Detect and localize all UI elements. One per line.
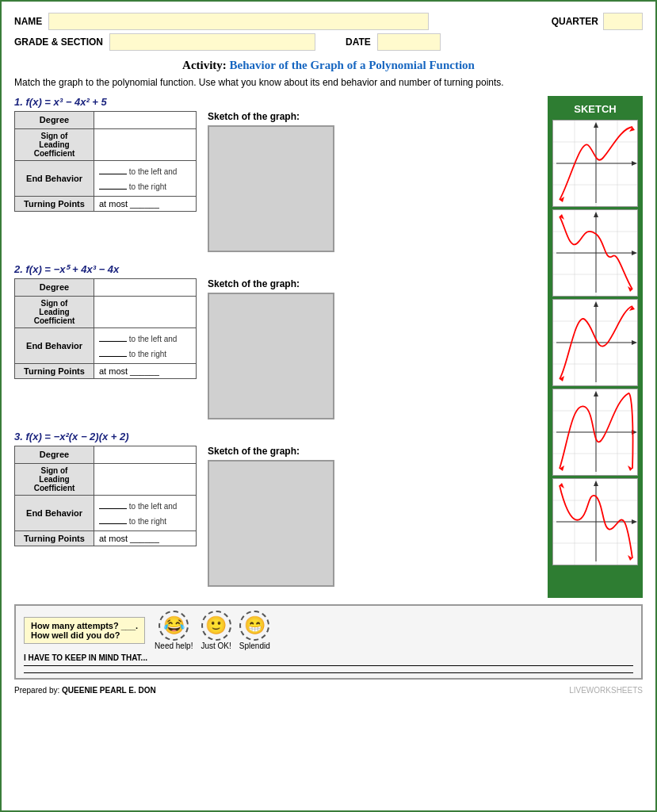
splendid-label: Splendid <box>239 642 270 650</box>
just-ok-label: Just OK! <box>201 642 231 650</box>
turning-value-3: at most ______ <box>94 530 197 546</box>
degree-value-2[interactable] <box>94 278 197 296</box>
sketch-label-2: Sketch of the graph: <box>208 278 334 289</box>
svg-marker-44 <box>594 391 598 396</box>
degree-header-2: Degree <box>15 278 94 296</box>
liveworksheets-label: LIVEWORKSHEETS <box>569 686 643 695</box>
sign-value-3[interactable] <box>94 463 197 495</box>
footer-bottom: Prepared by: QUEENIE PEARL E. DON LIVEWO… <box>14 686 643 695</box>
instructions: Match the graph to the polynomial functi… <box>14 76 643 90</box>
emoji-splendid[interactable]: 😁 Splendid <box>239 611 270 650</box>
end-behavior-value-3: to the left and to the right <box>94 495 197 530</box>
keep-in-mind-label: I HAVE TO KEEP IN MIND THAT... <box>24 653 633 662</box>
problem-3-number: 3. f(x) = −x²(x − 2)(x + 2) <box>14 431 541 442</box>
did-label: How well did you do? <box>31 630 138 640</box>
sketch-box-2[interactable] <box>208 293 334 419</box>
emoji-need-help[interactable]: 😂 Need help! <box>155 611 193 650</box>
end-behavior-header-3: End Behavior <box>15 495 94 530</box>
problem-2-table: Degree Sign of Leading Coefficient <box>14 278 197 379</box>
name-label: NAME <box>14 16 42 27</box>
just-ok-icon: 🙂 <box>201 611 231 641</box>
end-behavior-value-2: to the left and to the right <box>94 327 197 363</box>
svg-marker-9 <box>632 161 637 166</box>
sketch-box-1[interactable] <box>208 125 334 252</box>
problem-1-number: 1. f(x) = x³ − 4x² + 5 <box>14 96 541 108</box>
svg-marker-20 <box>594 212 598 217</box>
problem-2-number: 2. f(x) = −x⁵ + 4x³ − 4x <box>14 263 541 275</box>
sketch-sidebar-header: SKETCH <box>552 101 638 117</box>
sign-value-1[interactable] <box>94 128 197 160</box>
svg-marker-21 <box>632 251 637 255</box>
degree-header-3: Degree <box>15 446 94 463</box>
problem-3: 3. f(x) = −x²(x − 2)(x + 2) Degree Sign … <box>14 431 541 587</box>
sign-header-3: Sign of Leading Coefficient <box>15 463 94 495</box>
turning-value-2: at most ______ <box>94 363 197 378</box>
turning-header-3: Turning Points <box>15 530 94 546</box>
svg-marker-32 <box>594 301 598 307</box>
sketch-label-3: Sketch of the graph: <box>208 446 334 457</box>
svg-marker-33 <box>632 340 637 345</box>
keep-in-mind-line-2 <box>24 672 633 673</box>
attempts-label: How many attempts? ___. <box>31 621 138 630</box>
sketch-sidebar: SKETCH <box>548 96 643 598</box>
sidebar-graph-1[interactable] <box>552 120 638 207</box>
svg-marker-8 <box>594 122 598 128</box>
grade-input[interactable] <box>109 33 315 51</box>
sidebar-graph-5[interactable] <box>552 478 638 565</box>
problem-1: 1. f(x) = x³ − 4x² + 5 Degree Sign of <box>14 96 541 252</box>
need-help-icon: 😂 <box>159 611 189 641</box>
sketch-box-3[interactable] <box>208 460 334 587</box>
end-behavior-value-1: to the left and to the right <box>94 160 197 196</box>
degree-header-1: Degree <box>15 111 94 128</box>
quarter-label: QUARTER <box>552 16 598 27</box>
name-input[interactable] <box>48 13 429 30</box>
degree-value-1[interactable] <box>94 111 197 128</box>
quarter-input[interactable] <box>603 13 643 30</box>
emoji-section: 😂 Need help! 🙂 Just OK! 😁 Splendid <box>155 611 270 650</box>
problem-1-table: Degree Sign of Leading Coefficient <box>14 111 197 212</box>
turning-header-2: Turning Points <box>15 363 94 378</box>
splendid-icon: 😁 <box>239 611 269 641</box>
prepared-by: Prepared by: QUEENIE PEARL E. DON <box>14 686 156 695</box>
sidebar-graph-3[interactable] <box>552 299 638 386</box>
svg-marker-47 <box>628 465 632 471</box>
emoji-just-ok[interactable]: 🙂 Just OK! <box>201 611 231 650</box>
end-behavior-header-2: End Behavior <box>15 327 94 363</box>
svg-marker-57 <box>632 519 637 524</box>
need-help-label: Need help! <box>155 642 193 650</box>
footer-section: How many attempts? ___. How well did you… <box>14 604 643 680</box>
keep-in-mind-line-1 <box>24 665 633 666</box>
grade-label: GRADE & SECTION <box>14 36 103 48</box>
sign-header-1: Sign of Leading Coefficient <box>15 128 94 160</box>
problem-3-table: Degree Sign of Leading Coefficient <box>14 446 197 546</box>
attempts-box: How many attempts? ___. How well did you… <box>24 617 145 644</box>
problem-2: 2. f(x) = −x⁵ + 4x³ − 4x Degree Sign of <box>14 263 541 419</box>
degree-value-3[interactable] <box>94 446 197 463</box>
date-label: DATE <box>346 36 371 48</box>
activity-title: Activity: Behavior of the Graph of a Pol… <box>14 59 643 72</box>
turning-value-1: at most ______ <box>94 196 197 211</box>
sign-value-2[interactable] <box>94 296 197 327</box>
svg-marker-56 <box>594 481 598 486</box>
end-behavior-header-1: End Behavior <box>15 160 94 196</box>
sign-header-2: Sign of Leading Coefficient <box>15 296 94 327</box>
sidebar-graph-2[interactable] <box>552 209 638 297</box>
turning-header-1: Turning Points <box>15 196 94 211</box>
sidebar-graph-4[interactable] <box>552 389 638 476</box>
sketch-label-1: Sketch of the graph: <box>208 111 334 122</box>
date-input[interactable] <box>377 33 441 51</box>
